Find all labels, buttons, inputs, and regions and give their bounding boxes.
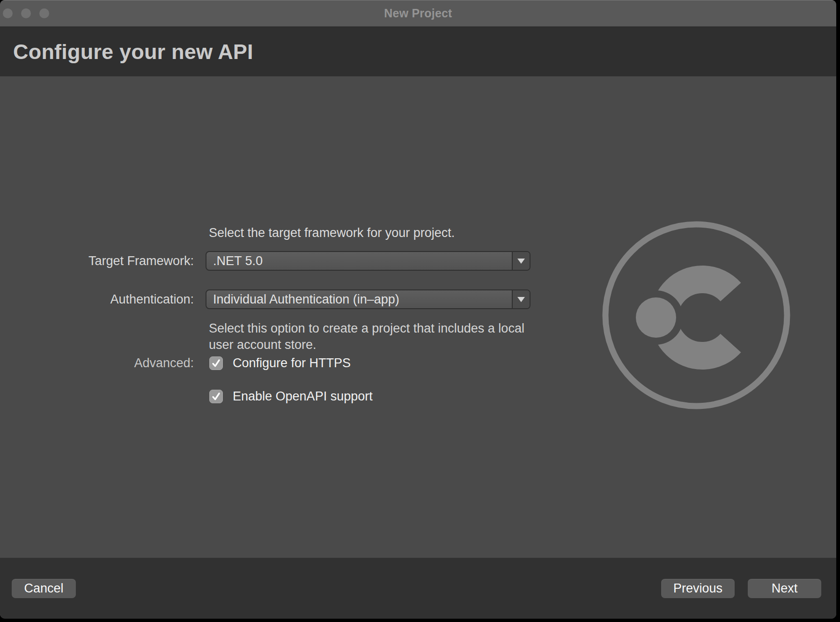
configure-https-checkbox[interactable] — [209, 356, 223, 370]
enable-openapi-checkbox[interactable] — [209, 390, 223, 403]
titlebar[interactable]: New Project — [0, 0, 836, 27]
check-icon — [210, 390, 222, 403]
cancel-button[interactable]: Cancel — [12, 579, 76, 598]
authentication-dropdown[interactable]: Individual Authentication (in–app) — [206, 289, 531, 309]
page-title: Configure your new API — [13, 40, 253, 64]
authentication-description-line: user account store. — [209, 337, 524, 353]
authentication-dropdown-button[interactable] — [512, 290, 530, 308]
window-controls — [3, 8, 49, 18]
authentication-description-line: Select this option to create a project t… — [209, 320, 524, 337]
target-framework-label: Target Framework: — [47, 254, 194, 268]
target-framework-value: .NET 5.0 — [206, 254, 512, 268]
chevron-down-icon — [517, 259, 525, 264]
configure-https-label: Configure for HTTPS — [233, 356, 351, 370]
window-title: New Project — [384, 7, 452, 20]
authentication-description: Select this option to create a project t… — [209, 320, 524, 353]
enable-openapi-row: Enable OpenAPI support — [209, 389, 373, 404]
close-button[interactable] — [3, 8, 13, 18]
configure-https-row: Configure for HTTPS — [209, 356, 351, 370]
wizard-footer: Cancel Previous Next — [0, 558, 836, 618]
new-project-dialog: New Project Configure your new API Selec… — [0, 0, 836, 618]
next-button[interactable]: Next — [748, 579, 821, 598]
previous-button[interactable]: Previous — [661, 579, 735, 598]
target-framework-dropdown[interactable]: .NET 5.0 — [206, 251, 531, 271]
chevron-down-icon — [517, 297, 525, 302]
authentication-label: Authentication: — [47, 292, 194, 306]
dotnet-api-logo-icon — [598, 217, 795, 414]
minimize-button[interactable] — [21, 8, 31, 18]
check-icon — [210, 356, 222, 370]
target-framework-dropdown-button[interactable] — [512, 252, 530, 270]
framework-intro-text: Select the target framework for your pro… — [209, 226, 455, 240]
enable-openapi-label: Enable OpenAPI support — [233, 389, 373, 404]
advanced-label: Advanced: — [47, 356, 194, 370]
authentication-value: Individual Authentication (in–app) — [206, 292, 512, 307]
wizard-header: Configure your new API — [0, 27, 836, 76]
zoom-button[interactable] — [39, 8, 49, 18]
